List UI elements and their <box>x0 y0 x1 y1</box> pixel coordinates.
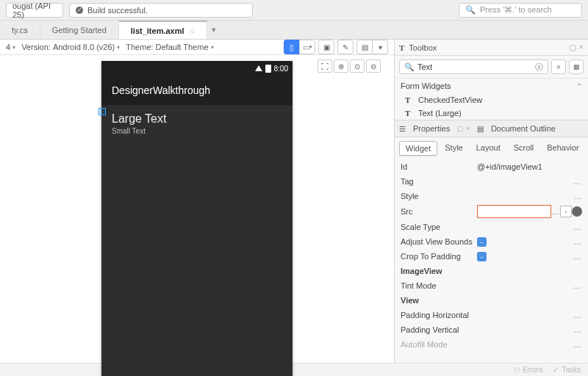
checkbox[interactable]: – <box>477 252 487 261</box>
close-icon[interactable]: ○ <box>190 26 196 35</box>
prop-label: Style <box>401 192 477 200</box>
more-icon[interactable]: … <box>573 192 582 200</box>
version-dropdown[interactable]: Version: Android 8.0 (v26) ▾ <box>21 43 120 51</box>
tab-layout[interactable]: Layout <box>470 141 506 156</box>
prop-autofill-mode: Autofill Mode… <box>395 337 588 352</box>
more-icon[interactable]: … <box>573 252 582 261</box>
tab-widget[interactable]: Widget <box>399 141 437 156</box>
api-selector[interactable]: ougat (API 25) <box>6 3 63 18</box>
overflow-button[interactable]: ▾ <box>372 40 388 54</box>
theme-label: Theme: <box>126 43 153 51</box>
prop-label: Tint Mode <box>401 281 477 290</box>
text-icon: T <box>405 95 412 104</box>
designer-canvas: 4▾ Version: Android 8.0 (v26) ▾ Theme: D… <box>0 40 394 363</box>
mode-button-1[interactable]: ▣ <box>318 40 334 54</box>
preview-icon[interactable] <box>572 206 582 217</box>
tab-style[interactable]: Style <box>439 141 468 156</box>
tab-list-item[interactable]: list_item.axml ○ <box>119 21 207 39</box>
grid-button[interactable]: ▤ <box>356 40 373 54</box>
clock-text: 8:00 <box>274 65 288 73</box>
build-status-pill[interactable]: ✓ Build successful. <box>69 3 253 18</box>
zoom-controls: ⛶ ⊕ ⊙ ⊖ <box>318 59 381 73</box>
global-search[interactable]: 🔍 Press '⌘.' to search <box>459 3 582 18</box>
checkbox[interactable]: – <box>477 237 487 247</box>
properties-header: ☰ Properties ▢ × ▤ Document Outline <box>395 120 588 137</box>
tab-getting-started[interactable]: Getting Started <box>40 21 119 39</box>
zoom-fit-button[interactable]: ⛶ <box>318 59 332 73</box>
tab-ty-cs[interactable]: ty.cs <box>0 21 40 39</box>
prop-padding-vertical: Padding Vertical… <box>395 322 588 337</box>
more-icon[interactable]: … <box>573 237 582 246</box>
prop-label: Adjust View Bounds <box>401 237 477 246</box>
prop-group-imageview: ImageView <box>395 264 588 278</box>
toolbox-item-checkedtextview[interactable]: TCheckedTextView <box>395 93 588 106</box>
toolbox-section[interactable]: Form Widgets ⌃ <box>395 79 588 93</box>
prop-label: Padding Vertical <box>401 325 477 334</box>
tab-scroll[interactable]: Scroll <box>508 141 540 156</box>
outline-title[interactable]: Document Outline <box>491 124 556 133</box>
designer-toolbar: 4▾ Version: Android 8.0 (v26) ▾ Theme: D… <box>0 40 394 55</box>
landscape-button[interactable]: ▭▾ <box>299 40 315 54</box>
wifi-icon <box>255 65 262 71</box>
tasks-button[interactable]: ✓Tasks <box>553 366 581 374</box>
tab-overflow[interactable]: ▾ <box>207 21 220 39</box>
errors-icon <box>514 367 520 372</box>
zoom-in-button[interactable]: ⊕ <box>334 59 348 73</box>
selection-handle[interactable] <box>98 108 106 115</box>
large-text-widget[interactable]: Large Text <box>101 105 293 126</box>
mode-button-2[interactable]: ✎ <box>337 40 354 54</box>
section-label: Form Widgets <box>401 82 451 90</box>
prop-padding-horizontal: Padding Horizontal… <box>395 308 588 322</box>
small-text-widget[interactable]: Small Text <box>101 126 293 135</box>
more-icon[interactable]: … <box>573 281 582 290</box>
detach-icon[interactable]: ▢ <box>569 43 576 52</box>
portrait-button[interactable]: ▯ <box>284 40 300 54</box>
more-icon[interactable]: … <box>573 340 582 349</box>
item-label: Text (Large) <box>418 109 462 118</box>
prop-crop-to-padding: Crop To Padding–… <box>395 249 588 264</box>
clear-icon[interactable]: ⓧ <box>535 62 543 73</box>
browse-button[interactable]: ▫ <box>560 206 572 217</box>
collapse-icon: ⌃ <box>576 82 582 90</box>
more-icon[interactable]: … <box>573 311 582 319</box>
grid-view-button[interactable]: ▦ <box>569 59 584 74</box>
errors-button[interactable]: Errors <box>514 366 542 374</box>
more-icon[interactable]: … <box>573 223 582 231</box>
device-preview[interactable]: 8:00 DesignerWalkthrough Large Text Smal… <box>101 61 293 376</box>
zoom-out-button[interactable]: ⊖ <box>366 59 381 73</box>
zoom-reset-button[interactable]: ⊙ <box>350 59 365 73</box>
prop-label: Src <box>401 207 477 216</box>
device-dropdown[interactable]: 4▾ <box>6 43 15 51</box>
orientation-group: ▯ ▭▾ <box>284 40 315 54</box>
tasks-label: Tasks <box>562 366 581 374</box>
build-status-text: Build successful. <box>87 6 148 15</box>
properties-icon: ☰ <box>399 125 406 133</box>
tab-label: Getting Started <box>52 26 107 35</box>
tab-label: list_item.axml <box>131 26 184 35</box>
list-view-button[interactable]: ≡ <box>551 59 566 74</box>
search-icon: 🔍 <box>404 62 415 72</box>
property-tabs: Widget Style Layout Scroll Behavior <box>395 137 588 159</box>
chevron-down-icon: ▾ <box>12 44 15 51</box>
prop-id: Id@+id/imageView1 <box>395 159 588 174</box>
prop-label: Id <box>401 162 477 171</box>
main-split: 4▾ Version: Android 8.0 (v26) ▾ Theme: D… <box>0 40 588 363</box>
tab-behavior[interactable]: Behavior <box>541 141 584 156</box>
app-title: DesignerWalkthrough <box>112 84 210 96</box>
toolbox-item-text-large[interactable]: TText (Large) <box>395 106 588 120</box>
toolbox-search[interactable]: 🔍 Text ⓧ <box>399 59 548 74</box>
chevron-down-icon: ▾ <box>211 44 214 51</box>
more-icon[interactable]: … <box>573 177 582 186</box>
close-icon[interactable]: × <box>579 43 584 52</box>
more-icon[interactable]: … <box>551 207 560 216</box>
check-icon: ✓ <box>553 366 559 374</box>
src-input[interactable] <box>477 205 551 218</box>
prop-value[interactable]: @+id/imageView1 <box>477 162 542 171</box>
theme-dropdown[interactable]: Theme: Default Theme ▾ <box>126 43 213 51</box>
detach-icon[interactable]: ▢ × <box>457 125 470 132</box>
chevron-down-icon: ▾ <box>117 44 120 51</box>
more-icon[interactable]: … <box>573 325 582 334</box>
device-value: 4 <box>6 43 10 51</box>
prop-group-view: View <box>395 293 588 308</box>
view-group: ▤ ▾ <box>356 40 388 54</box>
